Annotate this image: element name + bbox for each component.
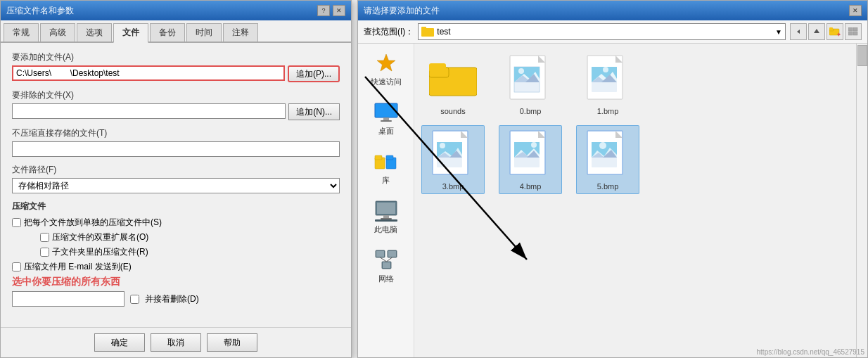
file-item-5bmp[interactable]: 5.bmp: [576, 125, 639, 194]
folder-icon-sounds: [428, 53, 478, 104]
tab-comment[interactable]: 注释: [223, 23, 258, 41]
tab-options[interactable]: 选项: [77, 23, 112, 41]
svg-rect-13: [383, 117, 389, 120]
checkbox-individual[interactable]: [12, 218, 21, 227]
vertical-scrollbar[interactable]: [856, 44, 867, 357]
svg-point-47: [603, 67, 608, 72]
help-button[interactable]: 帮助: [207, 333, 257, 352]
svg-line-31: [386, 257, 392, 262]
compression-dialog: 压缩文件名和参数 ? ✕ 常规 高级 选项 文件 备份 时间 注释 要添加的文件…: [0, 0, 352, 358]
checkbox-delete[interactable]: [130, 295, 139, 304]
view-button[interactable]: [845, 23, 862, 40]
file-item-1bmp[interactable]: 1.bmp: [576, 51, 639, 118]
file-dialog-content: 查找范围(I)： test ▼: [358, 20, 867, 357]
svg-rect-27: [388, 251, 396, 257]
close-icon[interactable]: ✕: [333, 5, 345, 16]
back-button[interactable]: [790, 23, 807, 40]
file-name-4bmp: 4.bmp: [520, 182, 542, 191]
file-grid: sounds: [414, 44, 856, 357]
bmp-icon-0: [505, 53, 556, 104]
file-name-3bmp: 3.bmp: [442, 182, 464, 191]
bmp-icon-4: [505, 129, 556, 179]
star-icon: [374, 52, 399, 75]
location-label: 查找范围(I)：: [364, 26, 414, 38]
checkbox-4-label: 压缩文件用 E-mail 发送到(E): [24, 261, 132, 273]
location-value: test: [437, 27, 450, 37]
svg-rect-22: [381, 218, 392, 219]
library-icon: [374, 151, 399, 173]
file-item-3bmp[interactable]: 3.bmp: [421, 125, 485, 194]
cancel-button[interactable]: 取消: [151, 333, 201, 352]
checkbox-subfolder[interactable]: [40, 248, 49, 257]
tab-advanced[interactable]: 高级: [40, 23, 75, 41]
file-path-label: 文件路径(F): [12, 164, 340, 176]
add-p-button[interactable]: 追加(P)...: [288, 65, 340, 82]
question-mark[interactable]: ?: [317, 5, 330, 16]
tab-backup[interactable]: 备份: [150, 23, 185, 41]
file-item-4bmp[interactable]: 4.bmp: [499, 125, 562, 194]
add-files-label: 要添加的文件(A): [12, 51, 340, 63]
sidebar-item-desktop[interactable]: 桌面: [371, 98, 402, 139]
dropdown-chevron-icon[interactable]: ▼: [775, 28, 782, 36]
sidebar-item-network[interactable]: 网络: [371, 246, 402, 287]
file-path-select[interactable]: 存储相对路径: [12, 178, 340, 193]
add-files-group: 要添加的文件(A) 追加(P)...: [12, 51, 340, 82]
right-dialog-titlebar: 请选择要添加的文件 ✕: [358, 1, 867, 20]
no-compress-input[interactable]: [12, 141, 340, 157]
svg-rect-8: [853, 27, 857, 31]
tab-time[interactable]: 时间: [186, 23, 222, 41]
merge-delete-label: 并接着删除(D): [145, 293, 199, 305]
svg-point-40: [518, 68, 524, 74]
file-name-1bmp: 1.bmp: [597, 107, 619, 115]
new-folder-button[interactable]: ✦: [826, 23, 843, 40]
left-dialog-title: 压缩文件名和参数: [6, 5, 74, 17]
right-close-icon[interactable]: ✕: [849, 5, 862, 16]
dialog-content: 要添加的文件(A) 追加(P)... 要排除的文件(X) 追加(N)... 不压…: [1, 43, 351, 327]
checkbox-row-2: 压缩文件的双重扩展名(O): [12, 231, 340, 243]
svg-rect-2: [421, 27, 426, 30]
checkbox-email[interactable]: [12, 262, 21, 271]
file-item-0bmp[interactable]: 0.bmp: [499, 51, 562, 118]
add-files-input[interactable]: [12, 65, 285, 81]
svg-rect-23: [375, 219, 397, 222]
svg-rect-7: [848, 27, 853, 31]
svg-marker-11: [377, 54, 395, 71]
file-browser: 快速访问 桌面: [358, 44, 867, 357]
network-icon: [374, 249, 399, 271]
file-name-sounds: sounds: [440, 107, 465, 115]
svg-line-30: [380, 257, 386, 262]
no-compress-group: 不压缩直接存储的文件(T): [12, 127, 340, 157]
ok-button[interactable]: 确定: [94, 333, 145, 352]
svg-rect-21: [383, 215, 389, 218]
file-name-5bmp: 5.bmp: [597, 182, 619, 191]
instruction-text: 选中你要压缩的所有东西: [12, 276, 340, 288]
svg-rect-9: [848, 32, 853, 35]
scrollbar-thumb[interactable]: [857, 45, 867, 66]
pc-icon: [374, 200, 399, 222]
svg-rect-10: [853, 32, 857, 35]
tab-general[interactable]: 常规: [4, 23, 39, 41]
sidebar-item-thispc[interactable]: 此电脑: [371, 197, 402, 238]
exclude-files-input[interactable]: [12, 103, 286, 119]
tab-files[interactable]: 文件: [113, 23, 148, 43]
file-item-sounds[interactable]: sounds: [421, 51, 485, 118]
svg-point-67: [599, 142, 606, 149]
no-compress-label: 不压缩直接存储的文件(T): [12, 127, 340, 139]
email-input[interactable]: [12, 291, 125, 307]
file-toolbar: 查找范围(I)： test ▼: [358, 20, 867, 44]
file-sidebar: 快速访问 桌面: [358, 44, 414, 357]
checkbox-double-ext[interactable]: [40, 233, 49, 242]
add-n-button[interactable]: 追加(N)...: [288, 103, 340, 120]
sidebar-library-label: 库: [382, 175, 390, 186]
file-selector-dialog: 请选择要添加的文件 ✕ 查找范围(I)： test ▼: [357, 0, 868, 358]
up-button[interactable]: [808, 23, 825, 40]
location-input[interactable]: test ▼: [418, 23, 786, 40]
svg-text:✦: ✦: [836, 32, 841, 37]
left-titlebar-controls: ? ✕: [317, 5, 345, 16]
sidebar-item-quickaccess[interactable]: 快速访问: [368, 49, 404, 90]
bmp-icon-5: [582, 129, 633, 179]
checkbox-1-label: 把每个文件放到单独的压缩文件中(S): [24, 217, 162, 229]
sidebar-item-library[interactable]: 库: [371, 148, 402, 188]
sidebar-thispc-label: 此电脑: [374, 224, 397, 235]
file-name-0bmp: 0.bmp: [520, 107, 542, 115]
